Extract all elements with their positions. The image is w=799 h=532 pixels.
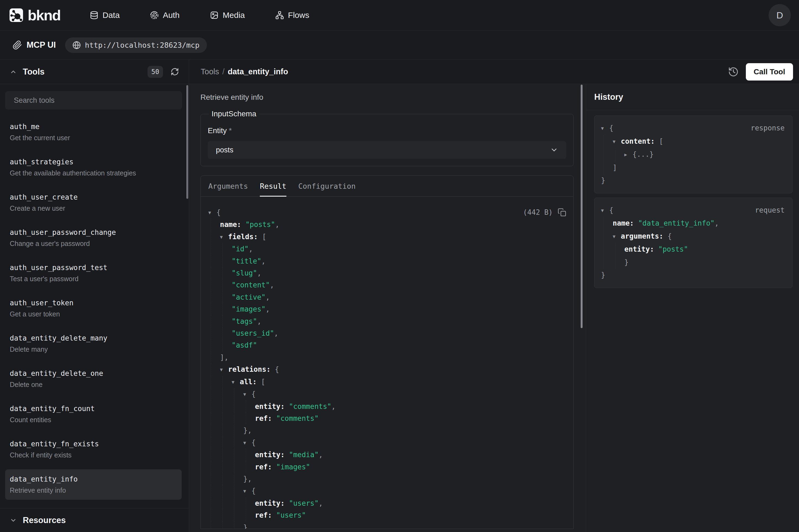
json-line: ref: "images" [208,461,566,473]
tool-list-item-data_entity_delete_many[interactable]: data_entity_delete_manyDelete many [5,328,182,359]
main-scrollbar-thumb[interactable] [581,84,583,328]
collapse-node-icon[interactable]: ▼ [220,364,228,376]
json-line: ref: "comments" [208,413,566,424]
collapse-node-icon[interactable]: ▼ [601,122,609,135]
json-punct: , [266,293,270,301]
search-tools-input[interactable] [5,91,182,110]
indent-guide [246,497,246,509]
tab-arguments[interactable]: Arguments [208,176,248,196]
tool-list-item-data_entity_delete_one[interactable]: data_entity_delete_oneDelete one [5,364,182,394]
tab-configuration[interactable]: Configuration [298,176,356,196]
json-string: "id" [232,245,249,253]
tool-name: data_entity_delete_many [10,334,177,342]
mcp-url-pill[interactable]: http://localhost:28623/mcp [65,37,207,53]
tools-section-header[interactable]: Tools 50 [0,60,189,84]
json-string: "comments" [285,402,331,411]
tool-list-item-auth_strategies[interactable]: auth_strategiesGet the available authent… [5,152,182,183]
history-icon[interactable] [728,66,739,77]
collapse-node-icon[interactable]: ▼ [613,135,621,148]
brand[interactable]: bknd [9,7,60,24]
expand-node-icon[interactable]: ▶ [624,148,632,162]
json-line: } [601,174,786,187]
history-entry-request[interactable]: ▼{requestname: "data_entity_info",▼argum… [594,198,793,288]
json-string: "tags" [232,317,257,325]
breadcrumb-section[interactable]: Tools [201,67,219,76]
indent-guide [211,291,211,303]
collapse-node-icon[interactable]: ▼ [243,485,251,497]
json-string: "users" [285,499,319,507]
chevron-up-icon[interactable] [10,68,17,75]
json-line: "content", [208,279,566,291]
refresh-icon[interactable] [171,68,179,76]
tool-name: data_entity_fn_exists [10,439,177,448]
indent-guide [211,521,211,529]
tab-result[interactable]: Result [260,176,286,196]
collapse-node-icon[interactable]: ▼ [243,388,251,400]
chevron-down-icon[interactable] [10,517,17,524]
json-line: "users_id", [208,327,566,339]
indent-guide [211,485,211,497]
json-punct: } [601,176,605,184]
json-punct: { [609,206,613,214]
indent-guide [234,497,234,509]
avatar[interactable]: D [768,4,791,26]
json-line: name: "posts", [208,218,566,230]
nav-item-data[interactable]: Data [90,11,120,20]
indent-guide [211,376,211,388]
json-line: entity: "comments", [208,400,566,413]
entity-select[interactable]: posts [208,141,566,159]
tool-list-item-auth_user_password_change[interactable]: auth_user_password_changeChange a user's… [5,223,182,253]
json-key: content: [621,137,655,145]
entity-field-label: Entity * [208,126,566,135]
required-mark: * [229,126,232,135]
collapse-node-icon[interactable]: ▼ [601,204,609,217]
tools-section-title: Tools [23,67,44,77]
call-tool-button[interactable]: Call Tool [746,63,793,80]
tool-list-item-data_entity_fn_exists[interactable]: data_entity_fn_existsCheck if entity exi… [5,434,182,464]
tool-list-item-auth_me[interactable]: auth_meGet the current user [5,117,182,147]
collapse-node-icon[interactable]: ▼ [232,376,240,388]
indent-guide [222,327,223,339]
nav-item-auth[interactable]: Auth [150,11,179,20]
indent-guide [222,424,223,436]
copy-icon[interactable] [558,208,566,217]
nav-item-flows[interactable]: Flows [275,11,309,20]
result-json-tree: ▼{(442 B)name: "posts",▼fields: ["id","t… [201,196,573,529]
indent-guide [222,315,223,327]
json-line: "asdf" [208,339,566,351]
tool-desc: Delete many [10,345,177,353]
tool-desc: Create a new user [10,204,177,212]
indent-guide [222,243,223,255]
collapse-node-icon[interactable]: ▼ [243,437,251,449]
tool-desc: Retrieve entity info [10,486,177,494]
resources-section-header[interactable]: Resources [0,508,189,532]
tool-list-item-auth_user_token[interactable]: auth_user_tokenGet a user token [5,293,182,323]
json-punct: } [624,258,629,266]
tool-list-item-data_entity_fn_count[interactable]: data_entity_fn_countCount entities [5,399,182,429]
indent-guide [211,279,211,291]
tool-list-item-auth_user_create[interactable]: auth_user_createCreate a new user [5,187,182,218]
indent-guide [222,376,223,388]
tool-name: auth_strategies [10,157,177,166]
history-entry-response[interactable]: ▼{response▼content: [▶{...}]} [594,115,793,193]
json-string: "active" [232,293,266,301]
json-punct: , [319,499,323,507]
sidebar-scrollbar-thumb[interactable] [186,85,188,199]
tool-list-item-data_entity_info[interactable]: data_entity_infoRetrieve entity info [5,469,182,500]
tool-list-item-auth_user_password_test[interactable]: auth_user_password_testTest a user's pas… [5,258,182,288]
json-line: ▼{(442 B) [208,206,566,218]
history-json-tree: ▼{response▼content: [▶{...}]} [601,122,786,187]
collapse-node-icon[interactable]: ▼ [208,207,216,218]
nav-item-media[interactable]: Media [210,11,245,20]
indent-guide [234,388,234,400]
tool-desc: Check if entity exists [10,451,177,459]
indent-guide [211,267,211,279]
history-json-tree: ▼{requestname: "data_entity_info",▼argum… [601,204,786,282]
collapse-node-icon[interactable]: ▼ [220,231,228,243]
indent-guide [222,279,223,291]
json-key: name: [613,219,634,227]
entity-select-value: posts [216,146,233,154]
json-punct: , [262,257,266,265]
collapse-node-icon[interactable]: ▼ [613,230,621,243]
json-line: ▼all: [ [208,376,566,388]
